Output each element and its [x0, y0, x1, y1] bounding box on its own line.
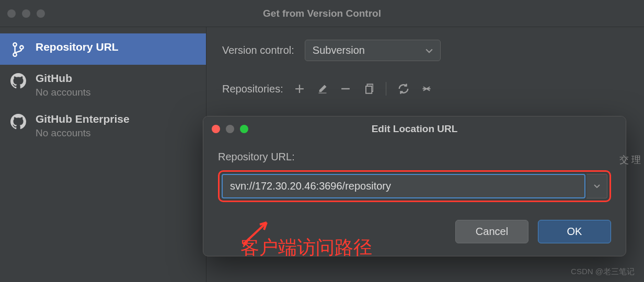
maximize-dot[interactable] [37, 9, 45, 18]
copy-icon[interactable] [363, 83, 374, 95]
sidebar: Repository URL GitHub No accounts [0, 27, 206, 282]
dialog-buttons: Cancel OK [218, 220, 611, 243]
repositories-label: Repositories: [222, 83, 283, 95]
branch-icon [10, 42, 26, 57]
dialog-traffic-lights [212, 125, 248, 133]
minimize-dot[interactable] [226, 125, 234, 133]
dialog-title: Edit Location URL [372, 123, 458, 135]
svg-point-2 [20, 46, 23, 49]
sidebar-item-repository-url[interactable]: Repository URL [0, 33, 206, 65]
close-dot[interactable] [212, 125, 220, 133]
ok-button[interactable]: OK [538, 220, 611, 243]
version-control-label: Version control: [222, 44, 294, 56]
svg-point-0 [13, 43, 16, 46]
sidebar-item-label: Repository URL [36, 41, 119, 53]
url-field-highlight [218, 170, 611, 202]
sidebar-item-github-enterprise[interactable]: GitHub Enterprise No accounts [0, 105, 206, 146]
dialog-body: Repository URL: Cancel OK [203, 142, 626, 256]
version-control-row: Version control: Subversion [222, 40, 628, 61]
repositories-row: Repositories: [222, 82, 628, 96]
main-window-title: Get from Version Control [263, 8, 381, 19]
edit-icon[interactable] [317, 83, 328, 95]
cancel-button[interactable]: Cancel [455, 220, 528, 243]
traffic-lights-disabled [7, 9, 45, 18]
sidebar-item-label: GitHub Enterprise [36, 113, 130, 125]
close-dot[interactable] [7, 9, 16, 18]
minimize-dot[interactable] [22, 9, 30, 18]
github-icon [10, 114, 26, 130]
repositories-toolbar [294, 82, 432, 96]
cropped-side-text: 交 理 [619, 151, 641, 168]
add-icon[interactable] [294, 83, 305, 95]
repository-url-label: Repository URL: [218, 151, 611, 163]
github-icon [10, 73, 26, 89]
maximize-dot[interactable] [240, 125, 248, 133]
refresh-icon[interactable] [398, 83, 409, 95]
version-control-select[interactable]: Subversion [305, 40, 441, 61]
chevron-down-icon [426, 44, 433, 56]
watermark: CSDN @老三笔记 [571, 267, 635, 277]
sidebar-item-github[interactable]: GitHub No accounts [0, 65, 206, 105]
sidebar-item-sub: No accounts [36, 127, 130, 139]
version-control-value: Subversion [313, 44, 365, 56]
sidebar-item-sub: No accounts [36, 87, 91, 98]
edit-location-dialog: Edit Location URL Repository URL: Cancel… [203, 116, 626, 256]
svg-rect-3 [366, 86, 372, 93]
dialog-titlebar: Edit Location URL [203, 116, 626, 142]
collapse-icon[interactable] [421, 83, 432, 95]
url-dropdown-button[interactable] [586, 174, 607, 198]
repository-url-input[interactable] [222, 174, 585, 198]
remove-icon[interactable] [340, 83, 351, 95]
sidebar-item-label: GitHub [36, 72, 91, 85]
toolbar-separator [386, 82, 386, 96]
svg-point-1 [13, 53, 16, 56]
main-titlebar: Get from Version Control [0, 0, 644, 27]
